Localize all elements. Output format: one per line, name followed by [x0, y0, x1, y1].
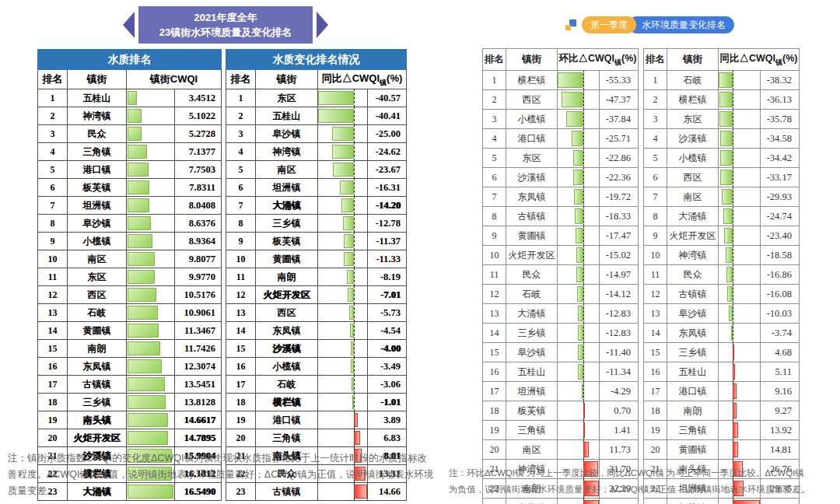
- town-cell: 阜沙镇: [68, 215, 127, 233]
- table-row: 5东区-22.86: [483, 149, 639, 168]
- table-row: 8阜沙镇8.6376: [38, 215, 222, 233]
- table-row: 20黄圃镇14.81: [644, 440, 800, 460]
- value-cell: -23.67: [368, 161, 407, 179]
- table-row: 5小榄镇-34.42: [644, 149, 800, 168]
- data-bar: [583, 403, 585, 418]
- col-header-rank: 排名: [226, 70, 256, 89]
- bar-cell: [558, 90, 600, 110]
- data-bar: [333, 163, 354, 177]
- rank-cell: 16: [226, 358, 256, 376]
- rank-cell: 10: [38, 250, 68, 268]
- value-cell: -16.86: [761, 265, 800, 285]
- rank-cell: 1: [644, 71, 667, 90]
- rank-cell: 10: [483, 246, 506, 265]
- rank-cell: 17: [483, 382, 506, 401]
- zero-axis: [354, 250, 355, 268]
- data-bar: [582, 383, 584, 399]
- bar-cell: [719, 324, 761, 343]
- value-cell: -11.40: [600, 343, 639, 362]
- rank-cell: 5: [483, 149, 506, 168]
- town-cell: 西区: [506, 90, 558, 110]
- value-cell: -33.17: [761, 168, 800, 187]
- table-row: 3阜沙镇-25.00: [226, 125, 407, 143]
- data-bar: [578, 325, 584, 341]
- value-cell: 14.7895: [175, 429, 222, 447]
- table-row: 7大涌镇-14.20: [226, 197, 407, 215]
- bar-cell: [719, 382, 761, 401]
- town-cell: 五桂山: [256, 107, 318, 125]
- bar-cell: [318, 394, 368, 411]
- table-row: 9小榄镇8.9364: [38, 233, 222, 250]
- rank-cell: 23: [644, 499, 667, 504]
- zero-axis: [733, 265, 733, 285]
- town-cell: 小榄镇: [506, 110, 558, 129]
- quarter-huanbi-table: 排名 镇街 环比△CWQI镇(%) 1横栏镇-55.332西区-47.373小榄…: [482, 48, 639, 504]
- rank-cell: 8: [483, 207, 506, 226]
- bar-cell: [558, 246, 600, 265]
- table-row: 11民众-14.97: [483, 265, 639, 285]
- table-row: 10黄圃镇-11.33: [226, 250, 407, 268]
- col-header-value: 环比△CWQI镇(%): [558, 49, 639, 71]
- col-header-town: 镇街: [256, 70, 318, 89]
- town-cell: 东区: [68, 268, 127, 286]
- data-bar: [128, 163, 149, 177]
- data-bar: [348, 288, 354, 302]
- data-bar: [722, 189, 733, 205]
- bar-cell: [719, 187, 761, 207]
- value-cell: -29.93: [761, 187, 800, 207]
- rank-cell: 8: [226, 215, 256, 233]
- data-bar: [354, 413, 357, 427]
- rank-cell: 17: [38, 376, 68, 394]
- value-cell: -4.29: [600, 382, 639, 401]
- data-bar: [128, 341, 160, 355]
- zero-axis: [354, 358, 355, 376]
- bar-cell: [127, 197, 175, 215]
- zero-axis: [583, 246, 584, 265]
- data-bar: [352, 395, 354, 409]
- data-bar: [340, 180, 355, 194]
- quarter-tag[interactable]: 第一季度: [582, 16, 636, 33]
- zero-axis: [354, 322, 355, 340]
- data-bar: [128, 127, 142, 141]
- value-cell: 13.92: [761, 421, 800, 440]
- data-bar: [733, 500, 760, 504]
- rank-cell: 16: [644, 362, 667, 382]
- data-bar: [350, 324, 354, 338]
- quarter-tongbi-table: 排名 镇街 同比△CWQI镇(%) 1石岐-38.322横栏镇-36.133东区…: [643, 48, 800, 504]
- col-header-rank: 排名: [644, 49, 667, 71]
- value-cell: -12.83: [600, 304, 639, 324]
- zero-axis: [354, 215, 355, 233]
- bar-cell: [127, 215, 175, 233]
- rank-cell: 3: [38, 125, 68, 143]
- next-period-arrow-icon[interactable]: [317, 12, 328, 38]
- zero-axis: [583, 110, 584, 129]
- table-row: 11南朗-8.19: [226, 268, 407, 286]
- data-bar: [341, 198, 354, 212]
- data-bar: [318, 109, 354, 123]
- bar-cell: [318, 268, 368, 286]
- zero-axis: [354, 376, 355, 394]
- table-row: 18南朗9.27: [644, 401, 800, 421]
- bar-cell: [719, 207, 761, 226]
- zero-axis: [583, 226, 584, 246]
- data-bar: [733, 345, 734, 360]
- table-row: 10南区9.8077: [38, 250, 222, 268]
- table-row: 12火炬开发区-7.01: [226, 286, 407, 304]
- data-bar: [332, 145, 354, 159]
- table-row: 11东区9.9770: [38, 268, 222, 286]
- rank-cell: 6: [38, 179, 68, 197]
- table-row: 15三乡镇4.68: [644, 343, 800, 362]
- bar-cell: [558, 129, 600, 149]
- town-cell: 坦洲镇: [506, 382, 558, 401]
- data-bar: [733, 422, 738, 438]
- zero-axis: [583, 285, 584, 304]
- rank-cell: 7: [644, 187, 667, 207]
- value-cell: 11.7426: [175, 340, 222, 358]
- value-cell: 5.1022: [175, 107, 222, 125]
- data-bar: [578, 364, 583, 380]
- town-cell: 黄圃镇: [506, 226, 558, 246]
- bar-cell: [318, 376, 368, 394]
- prev-period-arrow-icon[interactable]: [123, 12, 135, 38]
- bar-cell: [558, 401, 600, 421]
- table-row: 19三角镇13.92: [644, 421, 800, 440]
